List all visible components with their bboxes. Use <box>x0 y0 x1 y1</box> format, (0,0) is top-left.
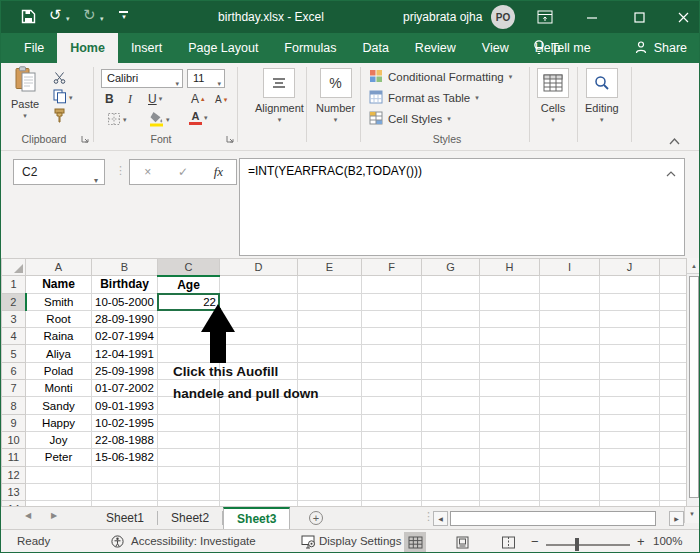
cell-B8[interactable]: 09-01-1993 <box>92 397 158 414</box>
zoom-level[interactable]: 100% <box>653 535 682 547</box>
select-all-button[interactable] <box>2 259 26 276</box>
column-header-C[interactable]: C <box>158 259 220 276</box>
cell-A6[interactable]: Polad <box>26 362 92 379</box>
cell-G1[interactable] <box>422 276 480 293</box>
maximize-button[interactable] <box>623 1 655 33</box>
cell-F6[interactable] <box>362 362 422 379</box>
underline-button[interactable]: U▾ <box>148 92 162 106</box>
cell-E11[interactable] <box>298 449 362 466</box>
cell-I9[interactable] <box>540 414 600 431</box>
cell-B9[interactable]: 10-02-1995 <box>92 414 158 431</box>
cell-B11[interactable]: 15-06-1982 <box>92 449 158 466</box>
minimize-button[interactable] <box>576 1 608 33</box>
cell-C1[interactable]: Age <box>158 276 220 293</box>
cell-partial-6[interactable] <box>660 362 687 379</box>
cell-J12[interactable] <box>600 466 660 483</box>
column-header-F[interactable]: F <box>362 259 422 276</box>
column-header-A[interactable]: A <box>26 259 92 276</box>
cell-A9[interactable]: Happy <box>26 414 92 431</box>
ribbon-display-options-icon[interactable] <box>537 10 553 28</box>
scroll-up-icon[interactable]: ▲ <box>687 258 699 274</box>
collapse-ribbon-icon[interactable] <box>669 135 680 147</box>
cell-H13[interactable] <box>480 483 540 500</box>
horizontal-scroll-thumb[interactable] <box>450 511 656 526</box>
cell-A8[interactable]: Sandy <box>26 397 92 414</box>
cell-G6[interactable] <box>422 362 480 379</box>
view-page-break-button[interactable] <box>497 532 519 552</box>
cell-F2[interactable] <box>362 293 422 310</box>
cell-J3[interactable] <box>600 310 660 327</box>
cell-D13[interactable] <box>220 483 298 500</box>
cell-partial-4[interactable] <box>660 328 687 345</box>
cells-button[interactable]: Cells ▾ <box>537 68 569 124</box>
format-painter-button[interactable] <box>53 108 66 125</box>
cell-H2[interactable] <box>480 293 540 310</box>
cell-I6[interactable] <box>540 362 600 379</box>
cell-G12[interactable] <box>422 466 480 483</box>
column-header-partial[interactable] <box>660 259 687 276</box>
row-header-6[interactable]: 6 <box>2 362 26 379</box>
cell-G10[interactable] <box>422 431 480 448</box>
fill-color-button[interactable]: ▾ <box>149 111 170 129</box>
row-header-11[interactable]: 11 <box>2 449 26 466</box>
cell-G3[interactable] <box>422 310 480 327</box>
cell-A1[interactable]: Name <box>26 276 92 293</box>
ribbon-tab-data[interactable]: Data <box>349 33 401 63</box>
cell-B4[interactable]: 02-07-1994 <box>92 328 158 345</box>
column-header-H[interactable]: H <box>480 259 540 276</box>
row-header-10[interactable]: 10 <box>2 431 26 448</box>
cell-B7[interactable]: 01-07-2002 <box>92 380 158 397</box>
row-header-7[interactable]: 7 <box>2 380 26 397</box>
formula-bar-collapse-icon[interactable] <box>666 166 676 180</box>
borders-button[interactable]: ▾ <box>107 112 127 128</box>
conditional-formatting-button[interactable]: Conditional Formatting ▾ <box>369 69 512 85</box>
cell-H4[interactable] <box>480 328 540 345</box>
cell-G11[interactable] <box>422 449 480 466</box>
cell-H5[interactable] <box>480 345 540 362</box>
cell-F8[interactable] <box>362 397 422 414</box>
copy-button[interactable]: ▾ <box>53 89 73 106</box>
avatar[interactable]: PO <box>491 5 515 29</box>
cell-C13[interactable] <box>158 483 220 500</box>
cell-C10[interactable] <box>158 431 220 448</box>
ribbon-tab-page-layout[interactable]: Page Layout <box>175 33 271 63</box>
column-header-E[interactable]: E <box>298 259 362 276</box>
tell-me-button[interactable]: Tell me <box>533 33 591 63</box>
ribbon-tab-view[interactable]: View <box>469 33 522 63</box>
cell-styles-button[interactable]: Cell Styles ▾ <box>369 111 451 127</box>
bold-button[interactable]: B <box>105 92 114 106</box>
ribbon-tab-insert[interactable]: Insert <box>118 33 175 63</box>
sheet-tab-sheet1[interactable]: Sheet1 <box>93 507 157 529</box>
column-header-B[interactable]: B <box>92 259 158 276</box>
cell-J1[interactable] <box>600 276 660 293</box>
cell-F10[interactable] <box>362 431 422 448</box>
number-button[interactable]: % Number ▾ <box>316 68 355 124</box>
cell-A12[interactable] <box>26 466 92 483</box>
cell-D9[interactable] <box>220 414 298 431</box>
view-page-layout-button[interactable] <box>451 532 473 552</box>
accessibility-status[interactable]: Accessibility: Investigate <box>131 535 256 547</box>
increase-font-button[interactable]: A▴ <box>191 92 205 106</box>
vertical-scroll-thumb[interactable] <box>689 276 699 498</box>
font-size-select[interactable]: 11▾ <box>187 69 225 88</box>
paste-button[interactable]: Paste ▾ <box>11 66 39 120</box>
scroll-down-icon[interactable]: ▼ <box>684 507 699 523</box>
sheet-tab-sheet3[interactable]: Sheet3 <box>223 507 290 529</box>
cell-D12[interactable] <box>220 466 298 483</box>
cell-B2[interactable]: 10-05-2000 <box>92 293 158 310</box>
alignment-button[interactable]: Alignment ▾ <box>255 68 304 124</box>
row-header-13[interactable]: 13 <box>2 483 26 500</box>
cell-I3[interactable] <box>540 310 600 327</box>
cell-J2[interactable] <box>600 293 660 310</box>
cell-G8[interactable] <box>422 397 480 414</box>
cell-B13[interactable] <box>92 483 158 500</box>
cancel-icon[interactable]: × <box>130 165 165 179</box>
cell-E9[interactable] <box>298 414 362 431</box>
clipboard-dialog-launcher-icon[interactable] <box>81 133 89 145</box>
cut-button[interactable] <box>53 71 66 86</box>
column-header-G[interactable]: G <box>422 259 480 276</box>
font-color-button[interactable]: A ▾ <box>189 111 208 125</box>
cell-E13[interactable] <box>298 483 362 500</box>
cell-A10[interactable]: Joy <box>26 431 92 448</box>
cell-I12[interactable] <box>540 466 600 483</box>
